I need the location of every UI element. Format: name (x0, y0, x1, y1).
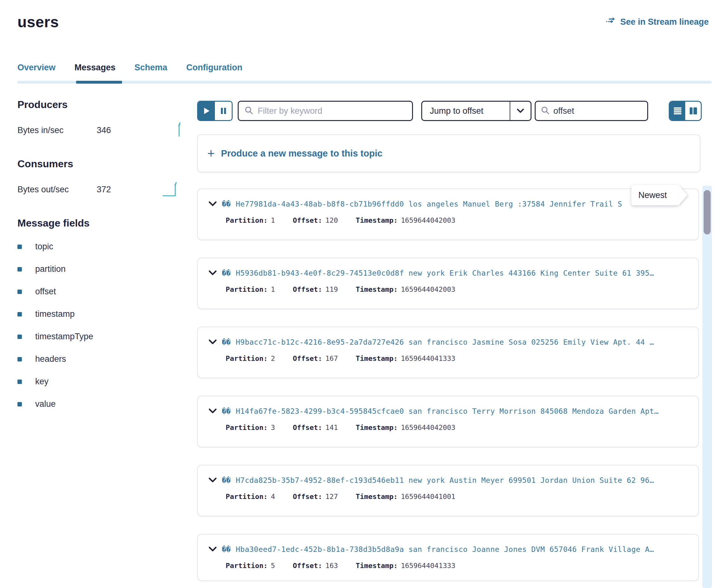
message-row[interactable]: �� He77981da-4a43-48ab-b8f8-cb71b96ffdd0… (197, 189, 699, 240)
message-key: �� (222, 476, 231, 484)
list-view-icon (674, 107, 682, 115)
offset-search-field (535, 101, 648, 121)
partition-meta: Partition:1 (226, 286, 275, 293)
topic-messages-page: users See in Stream lineage Overview Mes… (0, 0, 722, 588)
view-mode-toggle (669, 101, 702, 121)
offset-meta: Offset:163 (293, 562, 338, 570)
tab-underline-active (76, 81, 122, 84)
bullet-icon (17, 380, 22, 384)
stream-lineage-link[interactable]: See in Stream lineage (606, 17, 709, 27)
tab-configuration[interactable]: Configuration (186, 63, 243, 78)
offset-meta: Offset:167 (293, 355, 338, 362)
field-item-topic[interactable]: topic (17, 242, 182, 252)
bullet-icon (17, 312, 22, 316)
bytes-out-label: Bytes out/sec (17, 185, 97, 194)
message-row[interactable]: �� H9bacc71c-b12c-4216-8e95-2a7da727e426… (197, 327, 699, 378)
tab-schema[interactable]: Schema (135, 63, 167, 78)
field-item-headers[interactable]: headers (17, 354, 182, 364)
filter-input[interactable] (258, 106, 406, 116)
expand-chevron-icon[interactable] (209, 270, 217, 276)
tab-bar: Overview Messages Schema Configuration (17, 63, 243, 78)
produce-message-button[interactable]: + Produce a new message to this topic (197, 134, 700, 172)
timestamp-meta: Timestamp:1659644042003 (356, 286, 455, 293)
message-row[interactable]: �� Hba30eed7-1edc-452b-8b1a-738d3b5d8a9a… (197, 534, 699, 581)
bullet-icon (17, 290, 22, 294)
field-item-value[interactable]: value (17, 399, 182, 409)
offset-meta: Offset:119 (293, 286, 338, 293)
search-icon (541, 106, 550, 116)
pause-icon (220, 107, 227, 115)
column-view-icon (689, 107, 697, 115)
message-row[interactable]: �� H5936db81-b943-4e0f-8c29-74513e0c0d8f… (197, 257, 699, 309)
field-item-key[interactable]: key (17, 377, 182, 386)
message-key: �� (222, 338, 231, 346)
plus-icon: + (207, 147, 214, 160)
message-fields-heading: Message fields (17, 217, 182, 229)
tab-messages[interactable]: Messages (75, 63, 116, 78)
timestamp-meta: Timestamp:1659644042003 (356, 216, 455, 224)
tab-overview[interactable]: Overview (17, 63, 56, 78)
message-row[interactable]: �� H7cda825b-35b7-4952-88ef-c193d546eb11… (197, 465, 699, 517)
list-view-button[interactable] (670, 102, 685, 120)
field-item-offset[interactable]: offset (17, 287, 182, 296)
bullet-icon (17, 335, 22, 339)
message-key: �� (222, 269, 231, 277)
producers-heading: Producers (17, 99, 182, 110)
bullet-icon (17, 245, 22, 249)
offset-meta: Offset:120 (293, 216, 338, 224)
field-item-partition[interactable]: partition (17, 264, 182, 274)
jump-to-offset-select[interactable]: Jump to offset (421, 101, 532, 121)
timestamp-meta: Timestamp:1659644041333 (356, 355, 455, 362)
pause-button[interactable] (215, 102, 232, 120)
message-key: �� (222, 200, 231, 208)
consumers-heading: Consumers (17, 158, 182, 170)
message-row[interactable]: �� H14fa67fe-5823-4299-b3c4-595845cfcae0… (197, 396, 699, 447)
field-item-timestamptype[interactable]: timestampType (17, 332, 182, 341)
scrollbar-thumb[interactable] (704, 190, 710, 234)
partition-meta: Partition:3 (226, 424, 275, 432)
expand-chevron-icon[interactable] (209, 339, 217, 345)
message-summary[interactable]: He77981da-4a43-48ab-b8f8-cb71b96ffdd0 lo… (236, 200, 622, 208)
expand-chevron-icon[interactable] (209, 408, 217, 414)
scrollbar-track[interactable] (702, 186, 712, 588)
offset-meta: Offset:127 (293, 492, 338, 501)
live-consume-toggle (197, 101, 233, 121)
bytes-out-value: 372 (97, 185, 111, 194)
messages-toolbar: Jump to offset (197, 101, 702, 121)
message-key: �� (222, 407, 231, 415)
stream-lineage-label: See in Stream lineage (620, 17, 709, 27)
jump-to-offset-value: Jump to offset (422, 106, 510, 116)
bytes-in-value: 346 (97, 125, 111, 135)
timestamp-meta: Timestamp:1659644042003 (356, 424, 455, 432)
produce-message-label: Produce a new message to this topic (221, 148, 382, 159)
field-item-timestamp[interactable]: timestamp (17, 309, 182, 319)
message-fields-list: topic partition offset timestamp timesta… (17, 242, 182, 409)
stream-lineage-icon (606, 17, 616, 27)
partition-meta: Partition:5 (226, 562, 275, 570)
column-view-button[interactable] (685, 102, 701, 120)
bytes-out-stat: Bytes out/sec 372 (17, 181, 182, 198)
newest-tooltip-label: Newest (638, 190, 667, 200)
offset-search-input[interactable] (553, 106, 642, 116)
expand-chevron-icon[interactable] (209, 201, 217, 207)
page-title: users (17, 13, 59, 31)
expand-chevron-icon[interactable] (209, 478, 217, 483)
bytes-in-sparkline (167, 121, 182, 139)
message-summary[interactable]: H7cda825b-35b7-4952-88ef-c193d546eb11 ne… (236, 476, 654, 484)
message-summary[interactable]: H5936db81-b943-4e0f-8c29-74513e0c0d8f ne… (236, 269, 654, 277)
chevron-down-icon[interactable] (510, 102, 531, 120)
partition-meta: Partition:2 (226, 355, 275, 362)
bullet-icon (17, 402, 22, 406)
bytes-out-sparkline (162, 181, 182, 198)
partition-meta: Partition:1 (226, 216, 275, 224)
sidebar: Producers Bytes in/sec 346 Consumers Byt… (17, 99, 182, 422)
message-summary[interactable]: H14fa67fe-5823-4299-b3c4-595845cfcae0 sa… (236, 407, 659, 415)
message-summary[interactable]: H9bacc71c-b12c-4216-8e95-2a7da727e426 sa… (236, 338, 654, 346)
message-summary[interactable]: Hba30eed7-1edc-452b-8b1a-738d3b5d8a9a sa… (236, 545, 654, 553)
play-icon (203, 107, 210, 115)
bullet-icon (17, 267, 22, 272)
play-button[interactable] (198, 102, 215, 120)
expand-chevron-icon[interactable] (209, 546, 217, 552)
filter-field (238, 101, 413, 121)
newest-tooltip: Newest (631, 185, 679, 205)
